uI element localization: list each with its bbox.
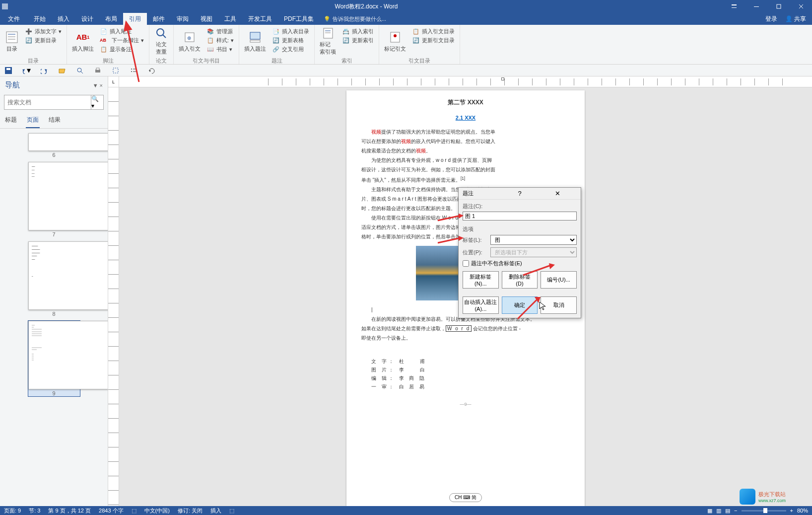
toc-button[interactable]: 目录 bbox=[3, 26, 21, 57]
tab-design[interactable]: 设计 bbox=[75, 13, 99, 25]
thumbnail-8[interactable]: ━━━━━━━━━━━━━━━━━━━━━━━━━━━━━━━8 bbox=[28, 241, 80, 317]
qat-preview-button[interactable] bbox=[75, 66, 84, 75]
dialog-close-icon[interactable]: ✕ bbox=[539, 190, 577, 197]
status-bar: 页面: 9 节: 3 第 9 页，共 12 页 2843 个字 ⬚ 中文(中国)… bbox=[0, 506, 812, 515]
label-select[interactable]: 图 bbox=[490, 235, 577, 245]
status-page-of[interactable]: 第 9 页，共 12 页 bbox=[48, 507, 91, 515]
tab-view[interactable]: 视图 bbox=[195, 13, 218, 25]
svg-line-23 bbox=[81, 72, 83, 74]
tab-layout[interactable]: 布局 bbox=[99, 13, 123, 25]
redo-button[interactable] bbox=[40, 66, 49, 75]
insert-endnote-button[interactable]: 📄插入尾注 bbox=[98, 27, 146, 36]
insert-citation-button[interactable]: ⊕ 插入引文 bbox=[177, 26, 203, 57]
ok-button[interactable]: 确定 bbox=[502, 296, 538, 314]
tab-home[interactable]: 开始 bbox=[28, 13, 52, 25]
cancel-button[interactable]: 取消 bbox=[541, 296, 577, 314]
update-authority-button[interactable]: 🔄更新引文目录 bbox=[410, 36, 457, 45]
tab-tools[interactable]: 工具 bbox=[218, 13, 242, 25]
status-insert[interactable]: 插入 bbox=[210, 507, 221, 515]
qat-rotate-button[interactable] bbox=[147, 66, 156, 75]
research-button[interactable]: 论文 查重 bbox=[152, 26, 170, 57]
nav-tab-headings[interactable]: 标题 bbox=[4, 114, 18, 128]
add-text-button[interactable]: ➕添加文字 ▾ bbox=[23, 27, 64, 36]
view-web-icon[interactable]: ▤ bbox=[725, 508, 730, 514]
tab-insert[interactable]: 插入 bbox=[52, 13, 75, 25]
auto-caption-button[interactable]: 自动插入题注(A)... bbox=[463, 296, 499, 314]
status-lang-icon[interactable]: ⬚ bbox=[132, 508, 136, 514]
zoom-out-button[interactable]: − bbox=[734, 508, 737, 514]
share-button[interactable]: 👤 共享 bbox=[785, 15, 806, 23]
tab-file[interactable]: 文件 bbox=[0, 13, 28, 25]
tab-pdf[interactable]: PDF工具集 bbox=[278, 13, 320, 25]
save-button[interactable] bbox=[4, 66, 13, 75]
numbering-button[interactable]: 编号(U)... bbox=[541, 271, 577, 289]
insert-index-button[interactable]: 📇插入索引 bbox=[340, 27, 376, 36]
citation-style-dropdown[interactable]: 📋样式: ▾ bbox=[204, 36, 236, 45]
nav-search-button[interactable]: 🔍 ▾ bbox=[91, 95, 104, 110]
zoom-in-button[interactable]: + bbox=[790, 508, 793, 514]
qat-open-button[interactable] bbox=[58, 66, 67, 75]
next-footnote-button[interactable]: AB 下一条脚注 ▾ bbox=[98, 36, 146, 45]
group-label-index: 索引 bbox=[318, 57, 376, 65]
lightbulb-icon: 💡 bbox=[324, 16, 331, 22]
qat-bullets-button[interactable] bbox=[129, 66, 138, 75]
status-track[interactable]: 修订: 关闭 bbox=[178, 507, 203, 515]
svg-point-27 bbox=[131, 69, 132, 70]
tab-dev[interactable]: 开发工具 bbox=[242, 13, 278, 25]
nav-close-icon[interactable]: × bbox=[100, 82, 103, 88]
dialog-help-icon[interactable]: ? bbox=[501, 190, 539, 197]
new-label-button[interactable]: 新建标签(N)... bbox=[463, 271, 499, 289]
caption-text-input[interactable] bbox=[463, 212, 577, 221]
insert-table-figures-button[interactable]: 📑插入表目录 bbox=[270, 27, 311, 36]
status-page[interactable]: 页面: 9 bbox=[4, 507, 21, 515]
mark-citation-button[interactable]: 标记引文 bbox=[382, 26, 408, 57]
thumbnail-6[interactable]: 6 bbox=[28, 133, 80, 158]
show-notes-button[interactable]: 📋显示备注 bbox=[98, 45, 146, 54]
group-label-citations: 引文与书目 bbox=[177, 57, 236, 65]
update-table-button[interactable]: 🔄更新表格 bbox=[270, 36, 311, 45]
view-read-icon[interactable]: ▦ bbox=[707, 508, 712, 514]
navigation-pane: 导航 ▼ × 🔍 ▾ 标题 页面 结果 6 ━━━━ ━━ ━━ ━7 ━━━━… bbox=[0, 76, 108, 506]
vertical-ruler[interactable] bbox=[108, 87, 119, 506]
nav-tab-pages[interactable]: 页面 bbox=[26, 114, 40, 128]
status-language[interactable]: 中文(中国) bbox=[144, 507, 170, 515]
tab-mail[interactable]: 邮件 bbox=[147, 13, 171, 25]
tell-me-search[interactable]: 💡 告诉我您想要做什么... bbox=[320, 13, 390, 25]
qat-selection-button[interactable] bbox=[111, 66, 120, 75]
insert-authority-button[interactable]: 📋插入引文目录 bbox=[410, 27, 457, 36]
zoom-level[interactable]: 80% bbox=[797, 508, 808, 514]
delete-label-button[interactable]: 删除标签(D) bbox=[502, 271, 538, 289]
insert-footnote-button[interactable]: AB1 插入脚注 bbox=[70, 26, 96, 57]
horizontal-ruler[interactable] bbox=[119, 76, 812, 87]
nav-search-input[interactable] bbox=[4, 95, 91, 110]
bibliography-button[interactable]: 📖书目 ▾ bbox=[204, 45, 236, 54]
thumbnail-7[interactable]: ━━━━ ━━ ━━ ━7 bbox=[28, 161, 80, 238]
ribbon-options-icon[interactable] bbox=[723, 0, 745, 13]
nav-dropdown-icon[interactable]: ▼ bbox=[93, 82, 98, 88]
mark-entry-button[interactable]: 标记 索引项 bbox=[318, 26, 338, 57]
status-section[interactable]: 节: 3 bbox=[29, 507, 40, 515]
group-label-footnote: 脚注 bbox=[70, 57, 146, 65]
ruler-corner[interactable]: L bbox=[108, 76, 119, 87]
thumbnail-9[interactable]: ━━━━━━━━━━━━━━━━━━━━━━━━━━━━━━━━━━━━━━━━… bbox=[28, 320, 80, 397]
close-button[interactable] bbox=[790, 0, 812, 13]
qat-print-button[interactable] bbox=[93, 66, 102, 75]
maximize-button[interactable] bbox=[767, 0, 790, 13]
zoom-slider[interactable] bbox=[742, 510, 786, 512]
update-toc-button[interactable]: 🔄更新目录 bbox=[23, 36, 64, 45]
manage-sources-button[interactable]: 📚管理源 bbox=[204, 27, 236, 36]
login-link[interactable]: 登录 bbox=[765, 15, 777, 23]
tab-references[interactable]: 引用 bbox=[123, 13, 147, 25]
tab-review[interactable]: 审阅 bbox=[171, 13, 195, 25]
status-words[interactable]: 2843 个字 bbox=[99, 507, 124, 515]
ime-indicator[interactable]: CH ⌨ 简 bbox=[449, 493, 482, 502]
update-index-button[interactable]: 🔄更新索引 bbox=[340, 36, 376, 45]
status-ext[interactable]: ⬚ bbox=[229, 508, 234, 514]
cross-reference-button[interactable]: 🔗交叉引用 bbox=[270, 45, 311, 54]
view-print-icon[interactable]: ▥ bbox=[716, 508, 721, 514]
nav-tab-results[interactable]: 结果 bbox=[48, 114, 62, 128]
exclude-label-checkbox[interactable]: 题注中不包含标签(E) bbox=[463, 260, 577, 267]
minimize-button[interactable] bbox=[745, 0, 767, 13]
insert-caption-button[interactable]: 插入题注 bbox=[242, 26, 268, 57]
undo-button[interactable]: ▾ bbox=[22, 66, 31, 75]
